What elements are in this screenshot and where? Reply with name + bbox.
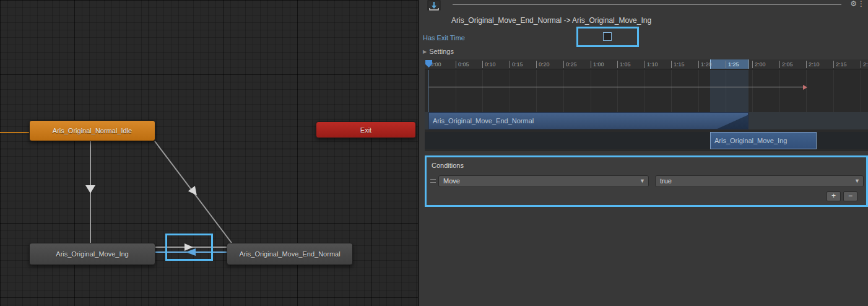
- timeline-preview-area[interactable]: [425, 70, 868, 112]
- add-condition-button[interactable]: +: [827, 191, 841, 201]
- timeline-tick: 0:10: [482, 61, 496, 68]
- settings-label: Settings: [429, 48, 454, 55]
- playhead-line: [428, 70, 429, 112]
- timeline-ruler[interactable]: 0:00 0:05 0:10 0:15 0:20 0:25 1:00 1:05 …: [425, 59, 868, 69]
- selected-transition-highlight: [165, 234, 213, 261]
- blend-duration-arrow-icon: [803, 85, 807, 90]
- state-label: Aris_Original_Move_Ing: [56, 250, 128, 258]
- animator-graph-canvas[interactable]: Aris_Original_Normal_Idle Exit Aris_Orig…: [0, 0, 419, 306]
- condition-row-drag-handle[interactable]: [430, 179, 436, 183]
- transition-idle-to-endnormal[interactable]: [155, 141, 232, 243]
- conditions-toolbar: + −: [826, 191, 857, 201]
- conditions-header: Conditions: [432, 162, 464, 169]
- transition-icon: [427, 0, 441, 11]
- transition-idle-to-moveing[interactable]: [85, 141, 95, 243]
- timeline-tick: 0:05: [456, 61, 469, 68]
- timeline-tick: 1:15: [671, 61, 685, 68]
- timeline-tick: 2:2: [861, 61, 868, 68]
- transition-title: Aris_Original_Move_End_Normal -> Aris_Or…: [451, 16, 651, 25]
- conditions-section: Conditions Move ▼ true ▼ + −: [425, 155, 868, 207]
- destination-clip-bar[interactable]: Aris_Original_Move_Ing: [710, 132, 817, 149]
- destination-clip-label: Aris_Original_Move_Ing: [714, 137, 787, 144]
- timeline-tick: 2:15: [833, 61, 847, 68]
- menu-icon[interactable]: ⋮: [857, 0, 865, 8]
- header-slider[interactable]: [453, 4, 841, 5]
- timeline-tick: 2:00: [752, 61, 766, 68]
- condition-value: true: [660, 177, 672, 185]
- source-clip-label: Aris_Original_Move_End_Normal: [433, 117, 534, 125]
- transition-range-column: [710, 70, 749, 112]
- settings-foldout[interactable]: ▶Settings: [423, 48, 454, 55]
- timeline-tick: 1:25: [726, 61, 739, 68]
- state-label: Exit: [360, 126, 371, 134]
- timeline-tick: 2:10: [806, 61, 820, 68]
- state-label: Aris_Original_Move_End_Normal: [239, 250, 340, 258]
- unity-animator-window: Aris_Original_Normal_Idle Exit Aris_Orig…: [0, 0, 868, 306]
- condition-value-dropdown[interactable]: true ▼: [655, 175, 864, 187]
- condition-parameter-value: Move: [443, 177, 460, 185]
- chevron-down-icon: ▼: [854, 176, 860, 186]
- destination-clip-row: Aris_Original_Move_Ing: [425, 132, 868, 149]
- timeline-tick: 0:15: [510, 61, 523, 68]
- chevron-down-icon: ▼: [640, 176, 645, 186]
- timeline-tick: 0:20: [536, 61, 550, 68]
- state-node-exit[interactable]: Exit: [316, 121, 416, 138]
- timeline-tick: 0:25: [563, 61, 577, 68]
- gear-icon[interactable]: ⚙: [850, 0, 857, 8]
- timeline-tick: 2:05: [779, 61, 793, 68]
- state-node-normal-idle[interactable]: Aris_Original_Normal_Idle: [29, 120, 155, 141]
- transition-timeline[interactable]: 0:00 0:05 0:10 0:15 0:20 0:25 1:00 1:05 …: [425, 59, 868, 151]
- source-clip-bar[interactable]: Aris_Original_Move_End_Normal: [428, 112, 749, 129]
- remove-condition-button[interactable]: −: [843, 191, 857, 201]
- foldout-arrow-icon: ▶: [423, 49, 427, 55]
- timeline-tick: 1:00: [591, 61, 604, 68]
- timeline-tick: 1:05: [617, 61, 631, 68]
- inspector-panel: ⚙ ⋮ Aris_Original_Move_End_Normal -> Ari…: [420, 0, 868, 306]
- source-clip-row: Aris_Original_Move_End_Normal: [425, 112, 868, 129]
- state-label: Aris_Original_Normal_Idle: [53, 127, 132, 134]
- timeline-tick: 1:10: [644, 61, 658, 68]
- timeline-tick: 1:20: [698, 61, 712, 68]
- condition-parameter-dropdown[interactable]: Move ▼: [438, 175, 649, 187]
- state-node-move-end-normal[interactable]: Aris_Original_Move_End_Normal: [227, 243, 353, 265]
- has-exit-time-label: Has Exit Time: [423, 34, 465, 42]
- has-exit-time-highlight: [576, 27, 639, 47]
- blend-duration-line[interactable]: [428, 87, 804, 87]
- crossfade-region[interactable]: [714, 113, 749, 129]
- state-node-move-ing[interactable]: Aris_Original_Move_Ing: [29, 243, 155, 265]
